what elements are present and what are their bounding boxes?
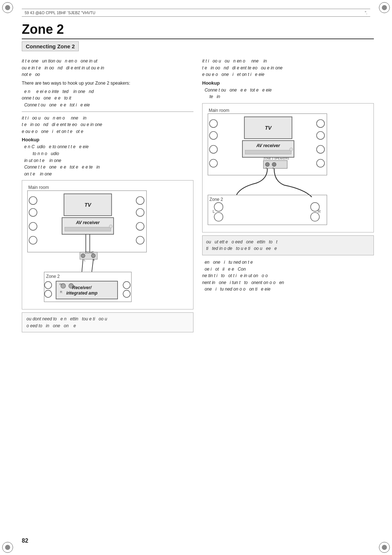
svg-point-49 [209, 145, 217, 153]
left-para2: There are two ways to hook up your Zone … [22, 80, 193, 87]
left-diagram-box: Main room TV AV receiver [22, 180, 193, 309]
svg-point-47 [209, 119, 217, 127]
right-note-box: ou ut ett e o eed one ettin to t ti ted … [202, 235, 374, 255]
svg-point-57 [272, 162, 276, 166]
right-diagram-svg: Main room TV AV receiver [205, 106, 371, 229]
svg-text:Receiver/: Receiver/ [72, 285, 92, 290]
svg-point-13 [136, 223, 144, 231]
svg-text:Main room: Main room [209, 108, 229, 113]
svg-point-52 [317, 131, 324, 139]
svg-point-37 [123, 281, 130, 289]
svg-text:Zone 2: Zone 2 [46, 274, 60, 279]
svg-point-9 [29, 223, 37, 231]
svg-line-23 [82, 259, 83, 272]
left-para4: it t i oo u ou n en o nne in t e in oo n… [22, 115, 193, 135]
svg-text:L: L [213, 209, 215, 214]
page-title: Zone 2 [22, 22, 374, 39]
svg-point-6 [109, 225, 113, 228]
svg-point-7 [29, 197, 37, 205]
right-hookup-label: Hookup [202, 80, 374, 86]
left-para3: e n e ei e o inte ted in one nd onne t o… [22, 88, 193, 109]
svg-point-67 [311, 203, 319, 211]
svg-point-36 [45, 290, 52, 297]
svg-point-56 [265, 162, 269, 166]
header-right: ". [365, 11, 367, 15]
svg-text:TV: TV [85, 202, 92, 208]
svg-text:R: R [60, 290, 62, 294]
registration-mark-bl [2, 542, 13, 553]
main-room-label: Main room [28, 185, 49, 190]
svg-point-14 [136, 236, 144, 244]
svg-text:AV receiver: AV receiver [75, 220, 100, 225]
svg-text:ZONE 2 SPEAKERS: ZONE 2 SPEAKERS [264, 157, 289, 160]
svg-point-46 [290, 148, 293, 151]
svg-text:Zone 2: Zone 2 [209, 197, 223, 202]
two-column-layout: it t e one un tion ou n en o one in ut o… [22, 58, 374, 332]
right-para-bottom: en one i tu ned on t e oe i ot ii e e Co… [202, 259, 374, 293]
svg-point-50 [209, 159, 217, 167]
svg-point-65 [214, 203, 223, 211]
svg-text:AV receiver: AV receiver [256, 143, 281, 148]
right-para1: it t i oo u ou n en o nne in t e in oo n… [202, 58, 374, 78]
svg-point-8 [29, 208, 37, 216]
svg-point-12 [136, 208, 144, 216]
left-divider1 [22, 112, 193, 112]
svg-rect-61 [208, 195, 327, 225]
left-column: it t e one un tion ou n en o one in ut o… [22, 58, 193, 332]
svg-point-10 [29, 236, 37, 244]
svg-point-68 [311, 212, 319, 221]
header-left: 59 43 @&O CPPL 1BHF 'SJEBZ "VHVTU [25, 11, 95, 15]
svg-point-53 [317, 145, 324, 153]
svg-point-18 [81, 254, 85, 258]
section-heading: Connecting Zone 2 [22, 41, 79, 51]
svg-point-35 [45, 281, 52, 289]
svg-point-38 [123, 290, 130, 297]
svg-text:L: L [84, 259, 86, 262]
svg-point-11 [136, 197, 144, 205]
svg-point-66 [214, 212, 223, 221]
registration-mark-tl [2, 2, 13, 13]
right-column: it t i oo u ou n en o nne in t e in oo n… [202, 58, 374, 332]
svg-point-54 [317, 159, 324, 167]
svg-text:integrated amp: integrated amp [66, 291, 97, 296]
svg-rect-45 [245, 150, 291, 154]
right-diagram-box: Main room TV AV receiver [202, 103, 374, 232]
svg-text:IN: IN [59, 283, 62, 286]
svg-point-48 [209, 131, 217, 139]
registration-mark-br [379, 542, 390, 553]
svg-rect-5 [65, 227, 111, 231]
header-bar: 59 43 @&O CPPL 1BHF 'SJEBZ "VHVTU ". [22, 9, 370, 17]
left-para1: it t e one un tion ou n en o one in ut o… [22, 58, 193, 78]
svg-text:ZONE: ZONE [85, 251, 94, 254]
svg-point-19 [91, 254, 95, 258]
registration-mark-tr [379, 2, 390, 13]
svg-text:TV: TV [265, 125, 272, 131]
left-diagram-svg: Main room TV AV receiver [24, 183, 191, 306]
main-content: Zone 2 Connecting Zone 2 it t e one un t… [22, 22, 374, 533]
right-hookup-text: Conne t ou one e e tot e e eie te in [202, 87, 374, 100]
left-hookup-text: e n C udio e to onne t t e e eie to n n … [22, 143, 193, 177]
svg-point-51 [317, 119, 324, 127]
left-hookup-label: Hookup [22, 137, 193, 142]
left-note-box: ou dont need to e n ettin tou e ti oo u … [22, 312, 193, 332]
page-number: 82 [22, 538, 28, 544]
svg-text:+: + [272, 166, 274, 170]
